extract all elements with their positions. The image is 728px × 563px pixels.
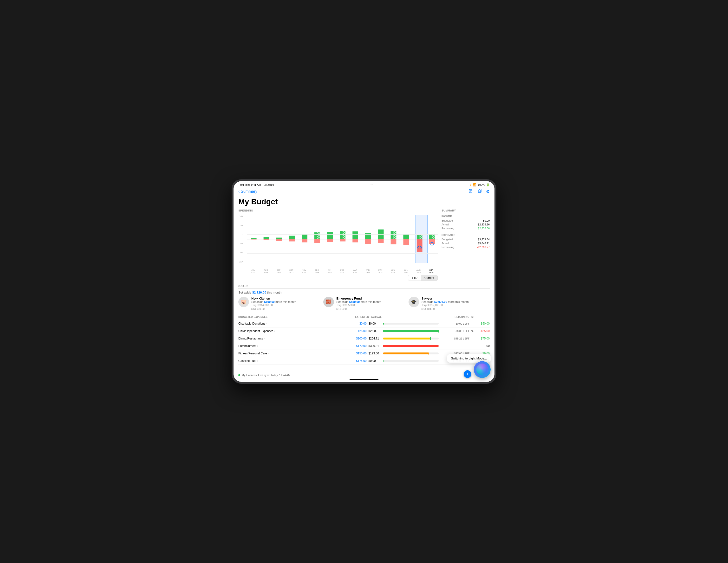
expense-row-charitable[interactable]: Charitable Donations › $0.00 $0.00 $0.00… xyxy=(238,320,490,327)
expense-actual-dining: $254.71 xyxy=(367,337,381,340)
income-actual-label: Actual xyxy=(442,223,449,226)
nav-icons: ⚙ xyxy=(468,189,490,195)
goal-sawyer[interactable]: 🎓 Sawyer Set aside $2,076.00 more this m… xyxy=(409,296,490,310)
back-chevron-icon: ‹ xyxy=(238,189,240,194)
svg-rect-43 xyxy=(429,234,432,239)
expense-name-fitness: Fitness/Personal Care › xyxy=(238,352,350,355)
x-label-mar24: MAR2024 xyxy=(349,269,361,274)
battery-icon: 🔋 xyxy=(486,183,490,187)
expense-name-child: Child/Dependent Expenses › xyxy=(238,329,350,333)
sync-dot-icon xyxy=(238,374,240,376)
income-actual-row: Actual $2,336.36 xyxy=(442,223,490,227)
income-remaining-value: $2,336.36 xyxy=(478,227,490,230)
share-icon[interactable] xyxy=(477,189,482,195)
svg-rect-44 xyxy=(432,234,435,239)
svg-rect-22 xyxy=(314,239,320,243)
ytd-button[interactable]: YTD xyxy=(408,275,421,281)
goal-icon-kitchen: 🐷 xyxy=(238,296,249,307)
svg-rect-37 xyxy=(403,234,409,239)
sync-text: Last sync: Today, 11:24 AM xyxy=(258,374,290,376)
edit-icon[interactable] xyxy=(468,189,473,195)
expense-row-dining[interactable]: Dining/Restaurants › $300.00 $254.71 $45… xyxy=(238,335,490,342)
x-label-aug23: AUG2023 xyxy=(260,269,272,274)
summary-header: SUMMARY xyxy=(442,209,490,213)
expense-actual-fitness: $123.00 xyxy=(367,352,381,355)
expenses-remaining-value: -$2,263.77 xyxy=(477,246,490,249)
svg-rect-21 xyxy=(317,233,320,239)
expense-expected-child: $25.00 xyxy=(350,329,367,333)
svg-rect-30 xyxy=(365,233,371,239)
expenses-col-actual: ACTUAL xyxy=(369,316,383,318)
goal-info-sawyer: Sawyer Set aside $2,076.00 more this mon… xyxy=(422,296,469,310)
income-remaining-label: Remaining xyxy=(442,227,454,230)
expenses-col-expected: EXPECTED xyxy=(352,316,369,318)
time-label: 9:41 AM xyxy=(251,183,261,186)
expense-value-entertainment: 00 xyxy=(475,344,490,348)
expenses-remaining-row: Remaining -$2,263.77 xyxy=(442,245,490,249)
add-button[interactable]: + xyxy=(464,370,471,378)
expenses-budgeted-value: $3,579.34 xyxy=(478,238,490,241)
spending-header: SPENDING xyxy=(238,209,438,213)
income-budgeted-value: $0.00 xyxy=(483,219,490,222)
expenses-actual-value: $5,843.11 xyxy=(478,242,490,245)
expense-bar-child xyxy=(381,330,441,332)
expense-name-entertainment: Entertainment › xyxy=(238,344,350,348)
expenses-remaining-label: Remaining xyxy=(442,246,454,249)
spending-chart[interactable]: 10K 5K 0 -5K -10K -15K xyxy=(247,215,438,263)
income-budgeted-row: Budgeted $0.00 xyxy=(442,219,490,223)
svg-rect-41 xyxy=(417,239,423,253)
wifi-dot-icon: ● xyxy=(470,184,471,186)
settings-icon[interactable]: ⚙ xyxy=(486,189,490,194)
home-indicator xyxy=(350,379,378,380)
expense-remaining-charitable: $0.00 LEFT xyxy=(441,322,469,325)
x-label-jan24: JAN2024 xyxy=(323,269,336,274)
goal-name-emergency: Emergency Fund xyxy=(336,296,381,300)
x-label-dec23: DEC2023 xyxy=(310,269,323,274)
svg-rect-17 xyxy=(289,239,295,242)
goal-info-emergency: Emergency Fund Set aside $550.00 more th… xyxy=(336,296,381,310)
x-label-jul23: JUL2023 xyxy=(247,269,260,274)
x-label-sep23: SEP2023 xyxy=(272,269,285,274)
expense-row-entertainment[interactable]: Entertainment › $170.00 $396.81 00 xyxy=(238,342,490,350)
expenses-table-header: BUDGETED EXPENSES EXPECTED ACTUAL REMAIN… xyxy=(238,314,490,320)
expense-name-dining: Dining/Restaurants › xyxy=(238,337,350,340)
expense-expected-charitable: $0.00 xyxy=(350,322,367,325)
x-label-nov23: NOV2023 xyxy=(298,269,310,274)
chart-y-labels: 10K 5K 0 -5K -10K -15K xyxy=(239,215,243,263)
svg-rect-45 xyxy=(429,239,435,244)
goal-amount-emergency: Set aside $550.00 more this month xyxy=(336,300,381,303)
svg-rect-31 xyxy=(365,239,371,244)
goal-target-sawyer: Target $55,180.00 xyxy=(422,303,469,306)
goals-section: GOALS Set aside $2,726.00 this month 🐷 N… xyxy=(238,284,490,310)
goal-amount-kitchen: Set aside $100.00 more this month xyxy=(251,300,296,303)
svg-rect-34 xyxy=(391,231,394,239)
svg-rect-19 xyxy=(302,239,307,243)
expense-row-child[interactable]: Child/Dependent Expenses › $25.00 $25.00… xyxy=(238,327,490,335)
siri-button[interactable] xyxy=(474,361,491,378)
expense-expected-dining: $300.00 xyxy=(350,337,367,340)
expenses-budgeted-row: Budgeted $3,579.34 xyxy=(442,238,490,241)
goals-grid: 🐷 New Kitchen Set aside $100.00 more thi… xyxy=(238,296,490,310)
sync-bar: My Finances Last sync: Today, 11:24 AM xyxy=(234,372,494,378)
expense-actual-gasoline: $0.00 xyxy=(367,359,381,362)
expense-expected-gasoline: $175.00 xyxy=(350,359,367,362)
expense-actual-charitable: $0.00 xyxy=(367,322,381,325)
expense-bar-gasoline xyxy=(381,360,441,362)
svg-rect-29 xyxy=(352,239,358,243)
svg-rect-40 xyxy=(420,235,423,239)
wifi-icon: 📶 xyxy=(473,183,476,187)
current-button[interactable]: Current xyxy=(421,275,438,281)
goal-name-kitchen: New Kitchen xyxy=(251,296,296,300)
goal-name-sawyer: Sawyer xyxy=(422,296,469,300)
goal-icon-emergency: 🧱 xyxy=(323,296,334,307)
goal-new-kitchen[interactable]: 🐷 New Kitchen Set aside $100.00 more thi… xyxy=(238,296,319,310)
expense-name-charitable: Charitable Donations › xyxy=(238,322,350,325)
goal-target-kitchen: Target $14,000.00 xyxy=(251,303,296,306)
svg-rect-28 xyxy=(352,232,358,239)
goal-emergency-fund[interactable]: 🧱 Emergency Fund Set aside $550.00 more … xyxy=(323,296,404,310)
expenses-col-icon: ✉ xyxy=(469,316,475,318)
back-button[interactable]: ‹ Summary xyxy=(238,189,257,194)
siri-inner xyxy=(476,363,488,375)
grid-line-4 xyxy=(247,253,438,254)
expense-remaining-child: $0.00 LEFT xyxy=(441,329,469,332)
